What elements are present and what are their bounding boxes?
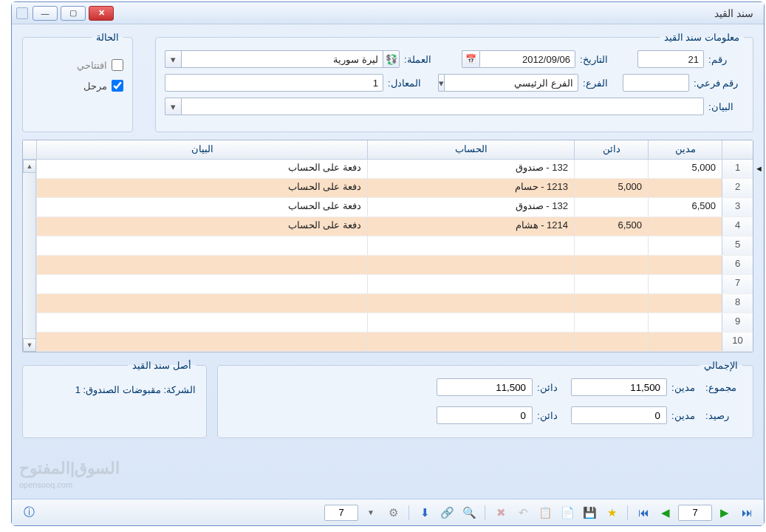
statement-dropdown-button[interactable]: ▾ xyxy=(165,98,181,115)
date-picker-button[interactable]: 📅 xyxy=(462,50,479,68)
debit-cell[interactable]: 5,000 xyxy=(648,160,722,178)
new-button[interactable]: ★ xyxy=(602,503,621,522)
settings-button[interactable]: ⚙ xyxy=(383,503,403,522)
undo-button[interactable]: ↶ xyxy=(513,503,533,522)
nav-prev-button[interactable]: ◀ xyxy=(656,503,675,522)
account-cell[interactable] xyxy=(367,313,574,332)
table-row[interactable]: 7 xyxy=(36,275,753,294)
desc-cell[interactable] xyxy=(36,275,367,293)
table-row[interactable]: 6 xyxy=(36,256,753,275)
desc-cell[interactable]: دفعة على الحساب xyxy=(36,160,367,178)
record-number-field[interactable] xyxy=(678,505,712,521)
table-row[interactable]: 8 xyxy=(36,294,753,313)
debit-cell[interactable] xyxy=(648,179,722,197)
desc-cell[interactable]: دفعة على الحساب xyxy=(36,198,367,216)
credit-cell[interactable] xyxy=(574,275,648,293)
dropdown-button[interactable]: ▼ xyxy=(361,503,380,522)
table-row[interactable]: 9 xyxy=(36,313,753,332)
label-branch: الفرع: xyxy=(583,78,618,89)
copy-button[interactable]: 📄 xyxy=(558,503,577,522)
debit-cell[interactable] xyxy=(648,332,722,351)
delete-button[interactable]: ✖ xyxy=(491,503,510,522)
row-number-cell: 9 xyxy=(722,313,753,332)
table-row[interactable]: 10 xyxy=(36,332,753,352)
desc-cell[interactable] xyxy=(36,294,367,313)
col-header-rownum[interactable] xyxy=(722,140,753,159)
account-cell[interactable] xyxy=(367,294,574,313)
table-row[interactable]: 5 xyxy=(36,236,753,256)
table-row[interactable]: 46,5001214 - هشامدفعة على الحساب xyxy=(36,217,753,236)
statement-field[interactable] xyxy=(181,98,704,115)
currency-field[interactable] xyxy=(181,50,383,68)
link-button[interactable]: 🔗 xyxy=(437,503,456,522)
grid-scrollbar[interactable]: ▲ ▼ xyxy=(23,160,36,352)
credit-cell[interactable] xyxy=(574,198,648,216)
credit-cell[interactable] xyxy=(574,332,648,351)
col-header-account[interactable]: الحساب xyxy=(367,140,574,159)
credit-cell[interactable] xyxy=(574,256,648,274)
table-row[interactable]: 36,500132 - صندوقدفعة على الحساب xyxy=(36,198,753,217)
credit-cell[interactable]: 6,500 xyxy=(574,217,648,236)
table-row[interactable]: 25,0001213 - حسامدفعة على الحساب xyxy=(36,179,753,198)
save-button[interactable]: 💾 xyxy=(580,503,599,522)
nav-next-button[interactable]: ▶ xyxy=(715,503,734,522)
account-cell[interactable]: 132 - صندوق xyxy=(367,198,574,216)
col-header-debit[interactable]: مدين xyxy=(648,140,722,159)
debit-cell[interactable] xyxy=(648,313,722,332)
credit-cell[interactable] xyxy=(574,160,648,178)
credit-cell[interactable]: 5,000 xyxy=(574,179,648,197)
desc-cell[interactable]: دفعة على الحساب xyxy=(36,179,367,197)
opening-checkbox[interactable] xyxy=(112,59,123,71)
search-button[interactable]: 🔍 xyxy=(459,503,479,522)
undo-icon: ↶ xyxy=(519,506,528,519)
desc-cell[interactable] xyxy=(36,256,367,274)
date-field[interactable] xyxy=(479,50,575,68)
rate-field[interactable] xyxy=(165,74,383,92)
account-cell[interactable]: 132 - صندوق xyxy=(367,160,574,178)
account-cell[interactable] xyxy=(367,256,574,274)
desc-cell[interactable] xyxy=(36,332,367,351)
col-header-credit[interactable]: دائن xyxy=(574,140,648,159)
credit-cell[interactable] xyxy=(574,313,648,332)
debit-cell[interactable] xyxy=(648,256,722,274)
sort-button[interactable]: ⬇ xyxy=(415,503,434,522)
watermark: السوق|المفتوح opensooq.com xyxy=(19,458,120,490)
account-cell[interactable] xyxy=(367,236,574,255)
debit-cell[interactable] xyxy=(648,217,722,236)
account-cell[interactable]: 1214 - هشام xyxy=(367,217,574,236)
maximize-button[interactable]: ▢ xyxy=(61,6,86,21)
subnumber-field[interactable] xyxy=(623,74,689,92)
debit-cell[interactable] xyxy=(648,294,722,313)
search-icon: 🔍 xyxy=(462,506,476,519)
account-cell[interactable] xyxy=(367,332,574,351)
posted-checkbox[interactable] xyxy=(112,80,123,92)
desc-cell[interactable]: دفعة على الحساب xyxy=(36,217,367,236)
debit-cell[interactable] xyxy=(648,275,722,293)
close-button[interactable]: ✕ xyxy=(89,6,114,21)
table-row[interactable]: 1◄5,000132 - صندوقدفعة على الحساب xyxy=(36,160,753,179)
debit-cell[interactable] xyxy=(648,236,722,255)
page-field-left[interactable] xyxy=(324,505,358,521)
toolbar: ⓘ ▼ ⚙ ⬇ 🔗 🔍 ✖ ↶ 📋 📄 💾 ★ ⏮ ◀ ▶ ⏭ xyxy=(12,499,764,525)
credit-cell[interactable] xyxy=(574,294,648,313)
scroll-up-button[interactable]: ▲ xyxy=(23,160,36,173)
currency-dropdown-button[interactable]: ▾ xyxy=(165,50,181,68)
debit-cell[interactable]: 6,500 xyxy=(648,198,722,216)
desc-cell[interactable] xyxy=(36,236,367,255)
nav-last-button[interactable]: ⏭ xyxy=(737,503,756,522)
paste-button[interactable]: 📋 xyxy=(536,503,555,522)
minimize-button[interactable]: — xyxy=(33,6,58,21)
desc-cell[interactable] xyxy=(36,313,367,332)
account-cell[interactable] xyxy=(367,275,574,293)
col-header-desc[interactable]: البيان xyxy=(36,140,367,159)
nav-first-button[interactable]: ⏮ xyxy=(634,503,653,522)
branch-field[interactable] xyxy=(444,74,578,92)
number-field[interactable] xyxy=(637,50,704,68)
scroll-down-button[interactable]: ▼ xyxy=(23,338,36,352)
opening-check-row: افتتاحي xyxy=(32,59,123,71)
origin-group: أصل سند القيد الشركة: مقبوضات الصندوق: 1 xyxy=(22,360,207,438)
info-button[interactable]: ⓘ xyxy=(19,503,38,522)
credit-cell[interactable] xyxy=(574,236,648,255)
account-cell[interactable]: 1213 - حسام xyxy=(367,179,574,197)
label-date: التاريخ: xyxy=(580,54,633,65)
